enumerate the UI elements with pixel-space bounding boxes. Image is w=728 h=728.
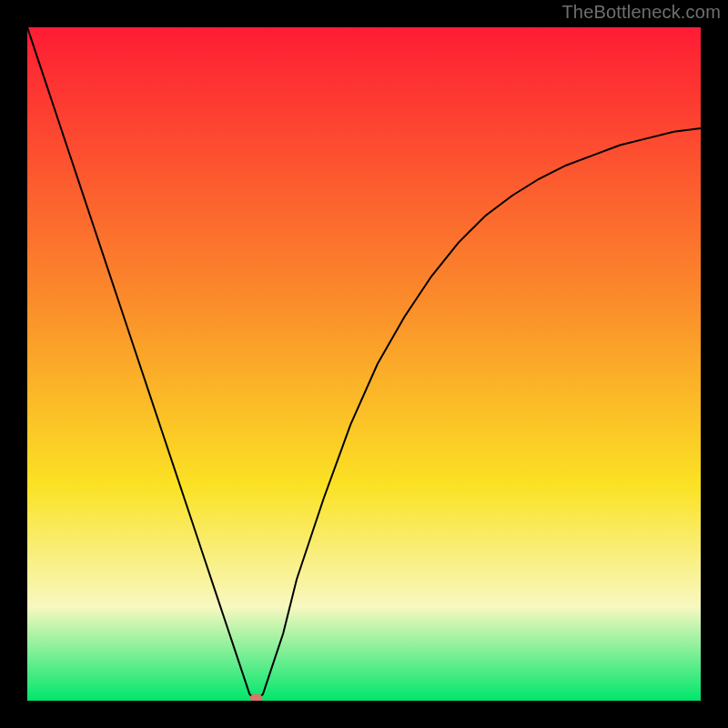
chart-frame: TheBottleneck.com bbox=[0, 0, 728, 728]
plot-area bbox=[27, 27, 701, 701]
bottleneck-chart bbox=[27, 27, 701, 701]
gradient-background bbox=[27, 27, 701, 701]
watermark-text: TheBottleneck.com bbox=[561, 2, 721, 23]
